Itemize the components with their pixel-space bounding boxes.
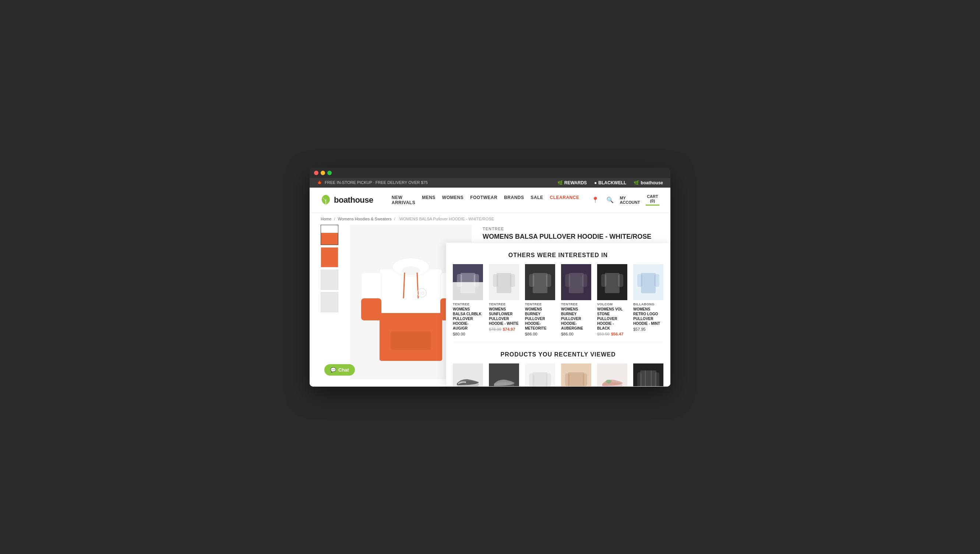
- thumbnail-1[interactable]: [321, 225, 338, 245]
- others-card-0-image: [453, 264, 483, 300]
- recent-card-1-image: [489, 363, 519, 387]
- svg-point-41: [606, 380, 611, 383]
- others-card-3-price: $86.00: [561, 332, 591, 336]
- svg-rect-20: [533, 273, 547, 293]
- others-card-2-price: $86.00: [525, 332, 555, 336]
- product-title: WOMENS BALSA PULLOVER HOODIE - WHITE/ROS…: [483, 232, 659, 241]
- top-nav-links: 🌿 REWARDS ● BLACKWELL 🌿 boathouse: [557, 180, 663, 185]
- nav-mens[interactable]: MENS: [422, 188, 436, 213]
- nav-new-arrivals[interactable]: NEW ARRIVALS: [392, 188, 415, 213]
- my-account-label[interactable]: MY ACCOUNT: [619, 196, 641, 205]
- others-card-3[interactable]: TENTREE WOMENS BURNEY PULLOVER HOODIE- A…: [558, 264, 594, 336]
- breadcrumb-separator-2: /: [394, 217, 396, 221]
- svg-rect-29: [641, 273, 656, 293]
- others-card-2-image: [525, 264, 555, 300]
- others-card-4-image: [597, 264, 627, 300]
- others-card-0-brand: TENTREE: [453, 302, 483, 306]
- logo-leaf-icon: [321, 194, 331, 206]
- recent-card-0-image: [453, 363, 483, 387]
- browser-close-dot[interactable]: [314, 171, 318, 175]
- location-icon-button[interactable]: 📍: [590, 195, 600, 205]
- svg-rect-39: [583, 373, 587, 386]
- nav-womens[interactable]: WOMENS: [442, 188, 463, 213]
- recent-card-1[interactable]: CONVERSE WOMENS SHORELINE - BLACK $60.00…: [486, 363, 522, 387]
- svg-rect-24: [565, 274, 570, 287]
- others-card-3-brand: TENTREE: [561, 302, 591, 306]
- nav-clearance[interactable]: CLEARANCE: [550, 188, 579, 213]
- breadcrumb-separator-1: /: [334, 217, 336, 221]
- svg-text:IO: IO: [420, 291, 425, 295]
- others-card-5-brand: BILLABONG: [633, 302, 663, 306]
- others-card-1-name: WOMENS SUNFLOWER PULLOVER HOODIE - WHITE: [489, 307, 519, 326]
- recommendations-overlay: OTHERS WERE INTERESTED IN: [446, 242, 670, 387]
- recent-card-3[interactable]: ONLY WOMENS ANNA SHERPA JACKET - SND $55…: [558, 363, 594, 387]
- svg-rect-25: [582, 274, 587, 287]
- others-card-3-name: WOMENS BURNEY PULLOVER HOODIE- AUBERGINE: [561, 307, 591, 331]
- svg-rect-30: [637, 274, 642, 287]
- recently-viewed-section: PRODUCTS YOU RECENTLY VIEWED: [446, 342, 670, 387]
- others-card-1-brand: TENTREE: [489, 302, 519, 306]
- others-card-0[interactable]: TENTREE WOMENS BALSA CLRBLK PULLOVER HOO…: [450, 264, 486, 336]
- nav-icons-area: 📍 🔍 MY ACCOUNT CART (0): [590, 194, 659, 205]
- chat-label: Chat: [338, 367, 349, 373]
- svg-rect-28: [618, 274, 623, 287]
- breadcrumb-category[interactable]: Womens Hoodies & Sweaters: [338, 217, 392, 221]
- others-card-1[interactable]: TENTREE WOMENS SUNFLOWER PULLOVER HOODIE…: [486, 264, 522, 336]
- thumbnail-4[interactable]: [321, 292, 338, 312]
- others-card-3-image: [561, 264, 591, 300]
- svg-rect-4: [361, 298, 381, 320]
- svg-rect-14: [461, 273, 475, 293]
- browser-minimize-dot[interactable]: [321, 171, 325, 175]
- others-card-2-name: WOMENS BURNEY PULLOVER HOODIE- METEORITE: [525, 307, 555, 331]
- others-card-0-price: $80.00: [453, 332, 483, 336]
- cart-button[interactable]: CART (0): [646, 194, 659, 205]
- others-heading: OTHERS WERE INTERESTED IN: [446, 243, 670, 264]
- others-card-1-image: [489, 264, 519, 300]
- nav-brands[interactable]: BRANDS: [504, 188, 524, 213]
- others-card-5-image: [633, 264, 663, 300]
- maple-leaf-icon: 🍁: [317, 180, 322, 185]
- others-card-2[interactable]: TENTREE WOMENS BURNEY PULLOVER HOODIE- M…: [522, 264, 558, 336]
- main-nav-links: NEW ARRIVALS MENS WOMENS FOOTWEAR BRANDS…: [392, 188, 579, 213]
- announcement-text: 🍁 FREE IN-STORE PICKUP · FREE DELIVERY O…: [317, 180, 428, 185]
- rewards-link[interactable]: 🌿 REWARDS: [557, 180, 587, 185]
- main-navigation: boathouse NEW ARRIVALS MENS WOMENS FOOTW…: [310, 188, 670, 213]
- chat-button[interactable]: 💬 Chat: [324, 364, 355, 376]
- browser-chrome: [310, 168, 670, 178]
- chat-bubble-icon: 💬: [330, 367, 336, 373]
- svg-rect-17: [496, 273, 511, 293]
- search-icon-button[interactable]: 🔍: [605, 195, 615, 205]
- svg-rect-34: [533, 372, 547, 386]
- others-products-grid: TENTREE WOMENS BALSA CLRBLK PULLOVER HOO…: [446, 264, 670, 342]
- breadcrumb-home[interactable]: Home: [321, 217, 331, 221]
- others-card-1-price: $78.00$74.97: [489, 327, 519, 331]
- svg-rect-36: [546, 373, 551, 386]
- recent-card-4[interactable]: ADIDAS WOMENS PHARRELL WILLIAMS TENNIS H…: [594, 363, 630, 387]
- blackwell-link[interactable]: ● BLACKWELL: [594, 180, 626, 185]
- others-card-4[interactable]: VOLCOM WOMENS VOL STONE PULLOVER HOODIE …: [594, 264, 630, 336]
- announcement-bar: 🍁 FREE IN-STORE PICKUP · FREE DELIVERY O…: [310, 178, 670, 188]
- svg-rect-44: [655, 372, 659, 386]
- thumbnail-2[interactable]: [321, 247, 338, 267]
- browser-maximize-dot[interactable]: [327, 171, 332, 175]
- logo-text: boathouse: [334, 195, 373, 205]
- recent-card-3-image: [561, 363, 591, 387]
- recent-card-0[interactable]: CONVERSE WOMENS CHUCK TAYLOR ALLSTARS BA…: [450, 363, 486, 387]
- thumbnail-3[interactable]: [321, 270, 338, 290]
- nav-footwear[interactable]: FOOTWEAR: [470, 188, 497, 213]
- recent-card-2[interactable]: BILLABONG WOMENS WARM REGARDS PULLOVER H…: [522, 363, 558, 387]
- website-content: 🍁 FREE IN-STORE PICKUP · FREE DELIVERY O…: [310, 178, 670, 387]
- logo[interactable]: boathouse: [321, 189, 373, 212]
- product-brand: TENTREE: [483, 227, 659, 231]
- others-card-5[interactable]: BILLABONG WOMENS RETRO LOGO PULLOVER HOO…: [630, 264, 666, 336]
- others-card-4-brand: VOLCOM: [597, 302, 627, 306]
- svg-rect-37: [568, 372, 584, 386]
- svg-rect-19: [510, 274, 515, 287]
- nav-sale[interactable]: SALE: [531, 188, 543, 213]
- svg-rect-3: [361, 272, 381, 302]
- svg-rect-23: [569, 273, 584, 293]
- svg-rect-35: [529, 373, 534, 386]
- others-card-5-name: WOMENS RETRO LOGO PULLOVER HOODIE - MINT: [633, 307, 663, 326]
- boathouse-top-link[interactable]: 🌿 boathouse: [634, 180, 663, 185]
- recent-card-5[interactable]: HARLOW WOMENS HARPER CARDI $58.00$39.99: [630, 363, 666, 387]
